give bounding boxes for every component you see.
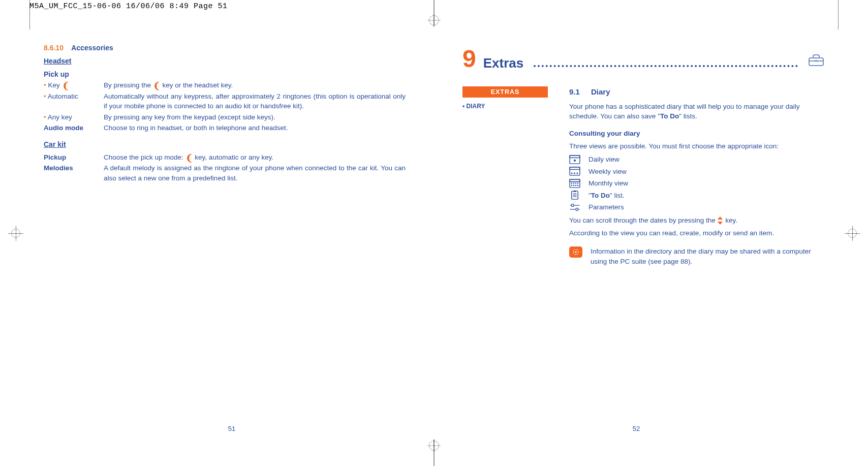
headset-heading: Headset (44, 57, 71, 65)
row-desc: Choose the pick up mode: ❨ key, automati… (104, 152, 406, 163)
consulting-heading: Consulting your diary (569, 129, 824, 139)
trim-line (838, 0, 839, 29)
chapter-number: 9 (462, 47, 476, 71)
svg-rect-21 (573, 191, 576, 192)
todo-list-icon (569, 191, 580, 200)
page-spread: 8.6.10 Accessories Headset Pick up Key ❨… (29, 29, 839, 437)
svg-rect-1 (815, 59, 818, 62)
view-label: Parameters (588, 202, 624, 212)
svg-rect-12 (571, 182, 572, 183)
bold-text: To Do (660, 112, 679, 120)
row-label: Melodies (44, 163, 104, 173)
sidebar-item-diary: DIARY (462, 103, 548, 110)
call-key-icon: ❨ (185, 156, 193, 161)
svg-rect-19 (577, 185, 578, 186)
section-title: Accessories (71, 44, 113, 52)
section-number: 8.6.10 (44, 44, 64, 52)
svg-marker-30 (718, 222, 723, 225)
monthly-view-icon (569, 179, 580, 188)
row-anykey: Any key By pressing any key from the key… (44, 112, 406, 122)
chapter-heading: 9 Extras (462, 47, 824, 71)
svg-rect-17 (573, 185, 574, 186)
toolbox-icon (808, 54, 824, 69)
svg-rect-28 (576, 208, 578, 211)
call-key-icon: ❨ (62, 83, 70, 89)
section-heading: 8.6.10 Accessories (44, 44, 406, 52)
subsection-number: 9.1 (569, 87, 580, 96)
svg-rect-27 (572, 204, 574, 207)
sidebar: EXTRAS DIARY (462, 86, 548, 266)
desc-text: key or the headset key. (161, 81, 233, 89)
registration-mark-bottom (429, 441, 439, 451)
row-label: Audio mode (44, 123, 104, 133)
desc-text: key, automatic or any key. (193, 153, 274, 161)
svg-rect-18 (575, 185, 576, 186)
svg-marker-29 (718, 216, 723, 220)
up-down-key-icon (717, 215, 723, 226)
svg-point-32 (575, 251, 576, 253)
svg-rect-8 (574, 173, 575, 174)
text: key. (725, 216, 737, 224)
svg-rect-15 (577, 182, 578, 183)
info-note: Information in the directory and the dia… (569, 246, 824, 266)
sidebar-pill: EXTRAS (462, 86, 548, 98)
page-number-right: 52 (633, 425, 640, 432)
row-desc: By pressing any key from the keypad (exc… (104, 112, 406, 122)
row-desc: A default melody is assigned as the ring… (104, 163, 406, 183)
view-label: Weekly view (588, 167, 627, 177)
registration-mark-top (429, 15, 439, 25)
view-row-todo: "To Do" list. (569, 191, 824, 201)
row-audiomode: Audio mode Choose to ring in headset, or… (44, 123, 406, 133)
text: You can scroll through the dates by pres… (569, 216, 717, 224)
row-carkit-melodies: Melodies A default melody is assigned as… (44, 163, 406, 183)
content-column: 9.1 Diary Your phone has a sophisticated… (569, 86, 824, 266)
view-label: "To Do" list. (588, 191, 625, 201)
scroll-text: You can scroll through the dates by pres… (569, 215, 824, 226)
desc-text: Choose the pick up mode: (104, 153, 185, 161)
svg-rect-4 (574, 160, 576, 162)
chapter-dot-leader (534, 65, 798, 67)
row-desc: Choose to ring in headset, or both in te… (104, 123, 406, 133)
svg-rect-13 (573, 182, 574, 183)
registration-mark-right (848, 229, 857, 238)
row-label: Automatic (44, 91, 104, 102)
row-label: Pickup (44, 152, 104, 163)
row-label: Any key (44, 112, 104, 122)
view-row-parameters: Parameters (569, 202, 824, 212)
svg-rect-14 (575, 182, 576, 183)
view-label: Daily view (588, 154, 619, 165)
svg-rect-11 (570, 179, 580, 182)
row-desc: By pressing the ❨ key or the headset key… (104, 80, 406, 90)
row-key: Key ❨ By pressing the ❨ key or the heads… (44, 80, 406, 90)
text: " list. (610, 192, 625, 199)
registration-mark-left (11, 229, 20, 238)
row-carkit-pickup: Pickup Choose the pick up mode: ❨ key, a… (44, 152, 406, 163)
subsection-heading: 9.1 Diary (569, 86, 824, 98)
according-text: According to the view you can read, crea… (569, 228, 824, 238)
bold-text: To Do (591, 192, 610, 199)
trim-line (29, 0, 30, 29)
page-left: 8.6.10 Accessories Headset Pick up Key ❨… (29, 29, 434, 437)
view-label: Monthly view (588, 178, 628, 189)
svg-rect-6 (570, 167, 580, 170)
daily-view-icon (569, 155, 580, 164)
info-icon (569, 246, 582, 258)
view-row-daily: Daily view (569, 154, 824, 165)
text: " lists. (679, 112, 697, 120)
printer-header-stamp: M5A_UM_FCC_15-06-06 16/06/06 8:49 Page 5… (29, 2, 228, 11)
weekly-view-icon (569, 167, 580, 176)
chapter-title: Extras (483, 55, 524, 71)
svg-rect-16 (571, 185, 572, 186)
row-desc: Automatically without any keypress, afte… (104, 91, 406, 111)
view-row-monthly: Monthly view (569, 178, 824, 189)
svg-rect-9 (577, 173, 578, 174)
row-automatic: Automatic Automatically without any keyp… (44, 91, 406, 111)
svg-rect-3 (570, 156, 580, 158)
pickup-heading: Pick up (44, 70, 406, 78)
label-text: Key (48, 81, 61, 89)
right-columns: EXTRAS DIARY 9.1 Diary Your phone has a … (462, 86, 824, 266)
call-key-icon: ❨ (153, 83, 161, 89)
three-views-text: Three views are possible. You must first… (569, 141, 824, 151)
row-label: Key ❨ (44, 80, 104, 90)
svg-rect-7 (571, 173, 573, 174)
